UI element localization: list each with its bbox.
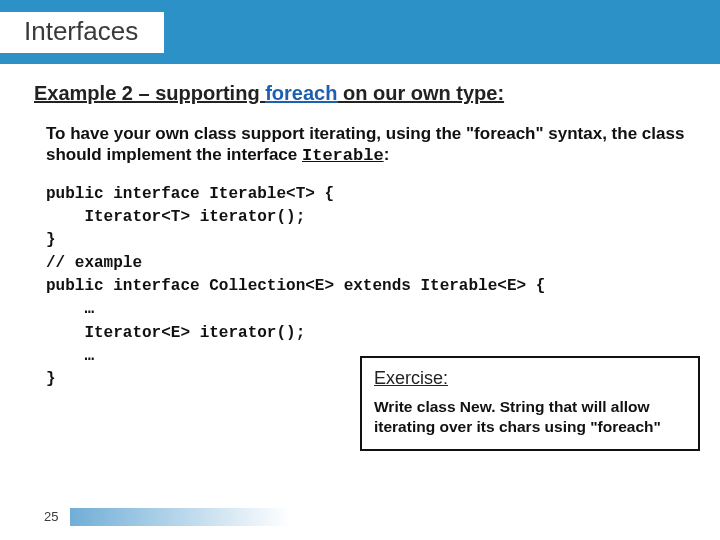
- explanation-text: To have your own class support iterating…: [46, 123, 686, 167]
- iterable-word: Iterable: [302, 146, 384, 165]
- title-cutout: Interfaces: [0, 12, 164, 53]
- exercise-body: Write class New. String that will allow …: [374, 397, 686, 437]
- code-line-9: }: [46, 370, 56, 388]
- code-line-1: public interface Iterable<T> {: [46, 185, 334, 203]
- subheading-prefix: Example 2 – supporting: [34, 82, 265, 104]
- code-line-2: Iterator<T> iterator();: [46, 208, 305, 226]
- header-band: Interfaces: [0, 0, 720, 64]
- code-line-6: …: [46, 300, 94, 318]
- code-line-7: Iterator<E> iterator();: [46, 324, 305, 342]
- code-line-8: …: [46, 347, 94, 365]
- content-area: Example 2 – supporting foreach on our ow…: [0, 64, 720, 391]
- code-line-4: // example: [46, 254, 142, 272]
- exercise-title: Exercise:: [374, 368, 686, 389]
- exercise-box: Exercise: Write class New. String that w…: [360, 356, 700, 451]
- example-subheading: Example 2 – supporting foreach on our ow…: [34, 82, 686, 105]
- code-line-3: }: [46, 231, 56, 249]
- page-number: 25: [44, 509, 58, 524]
- body-colon: :: [384, 145, 390, 164]
- subheading-suffix: on our own type:: [337, 82, 504, 104]
- code-line-5: public interface Collection<E> extends I…: [46, 277, 545, 295]
- subheading-foreach-keyword: foreach: [265, 82, 337, 104]
- slide-title: Interfaces: [24, 16, 138, 47]
- footer-gradient: [70, 508, 290, 526]
